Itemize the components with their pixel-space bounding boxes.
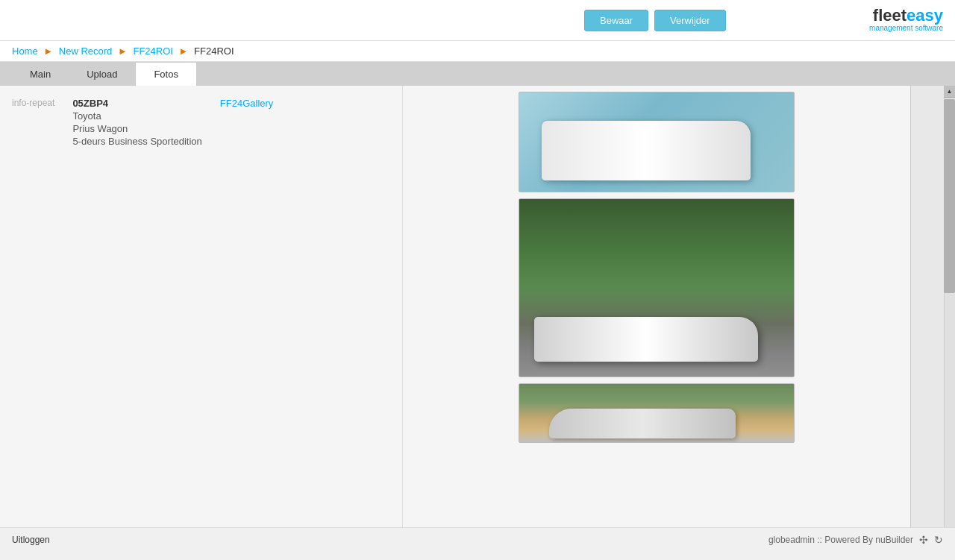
info-model: Prius Wagon [72, 123, 201, 134]
sep3: ► [179, 45, 189, 57]
breadcrumb-ff24roi-link[interactable]: FF24ROI [133, 45, 172, 57]
photos-panel[interactable] [403, 86, 910, 527]
scrollbar-thumb[interactable] [944, 99, 955, 293]
tab-fotos[interactable]: Fotos [135, 62, 197, 86]
footer: Uitloggen globeadmin :: Powered By nuBui… [0, 527, 955, 551]
sep2: ► [118, 45, 128, 57]
left-panel: info-repeat 05ZBP4 Toyota Prius Wagon 5-… [0, 86, 403, 527]
sep1: ► [43, 45, 53, 57]
scrollbar[interactable]: ▲ [944, 86, 955, 527]
header: Bewaar Verwijder fleet easy management s… [0, 0, 955, 41]
breadcrumb-home[interactable]: Home [12, 45, 38, 57]
footer-right: globeadmin :: Powered By nuBuilder ✣ ↻ [768, 534, 943, 546]
logo-sub: management software [869, 24, 943, 33]
photo-2[interactable] [519, 198, 795, 377]
move-icon[interactable]: ✣ [919, 534, 928, 546]
info-row: info-repeat 05ZBP4 Toyota Prius Wagon 5-… [12, 98, 390, 147]
info-edition: 5-deurs Business Sportedition [72, 136, 201, 147]
info-label: info-repeat [12, 98, 54, 147]
gallery-label: FF24Gallery [220, 98, 274, 147]
info-plate: 05ZBP4 [72, 98, 201, 109]
tab-main[interactable]: Main [12, 62, 69, 86]
far-right-panel: ▲ [910, 86, 955, 527]
tab-upload[interactable]: Upload [69, 62, 135, 86]
breadcrumb-new-record[interactable]: New Record [59, 45, 113, 57]
logo-area: fleet easy management software [869, 7, 943, 33]
breadcrumb: Home ► New Record ► FF24ROI ► FF24ROI [0, 41, 955, 62]
footer-powered: globeadmin :: Powered By nuBuilder [768, 535, 913, 545]
verwijder-button[interactable]: Verwijder [654, 10, 725, 31]
logout-link[interactable]: Uitloggen [12, 535, 50, 545]
photo-3[interactable] [519, 383, 795, 443]
bewaar-button[interactable]: Bewaar [584, 10, 648, 31]
content: info-repeat 05ZBP4 Toyota Prius Wagon 5-… [0, 86, 955, 527]
refresh-icon[interactable]: ↻ [934, 534, 943, 546]
photos-scroll[interactable] [403, 86, 910, 527]
breadcrumb-current: FF24ROI [194, 45, 234, 57]
header-buttons: Bewaar Verwijder [441, 10, 870, 31]
logo-fleet: fleet [873, 7, 907, 24]
photo-1[interactable] [519, 92, 795, 192]
info-brand: Toyota [72, 110, 201, 122]
tabs: Main Upload Fotos [0, 62, 955, 86]
scroll-up-arrow[interactable]: ▲ [944, 86, 955, 98]
logo-easy: easy [907, 7, 943, 24]
info-values: 05ZBP4 Toyota Prius Wagon 5-deurs Busine… [72, 98, 201, 147]
